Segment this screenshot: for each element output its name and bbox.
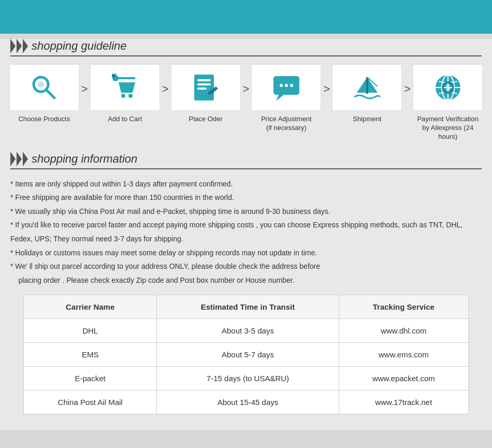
tracking-epacket: www.epacket.com	[339, 367, 468, 391]
arrow-5: >	[404, 82, 411, 96]
step-box-place-order	[171, 64, 241, 111]
step-label-price-adjustment: Price Adjustment (if necessary)	[261, 115, 312, 133]
chat-icon	[271, 72, 302, 103]
time-dhl: About 3-5 days	[157, 319, 339, 343]
tracking-china-post: www.17track.net	[339, 391, 468, 414]
svg-marker-15	[276, 95, 284, 101]
svg-text:+: +	[124, 77, 128, 85]
shipping-table: Carrier Name Estimated Time in Transit T…	[23, 295, 469, 414]
arrow-1: >	[81, 82, 88, 96]
info-line-4: * If you'd like to receive parcel faster…	[10, 218, 482, 245]
info-line-2: * Free shipping are available for more t…	[10, 191, 482, 205]
svg-rect-12	[197, 83, 211, 85]
tracking-ems: www.ems.com	[339, 343, 468, 367]
information-header: shopping information	[10, 152, 482, 169]
info-line-1: * Items are only shipped out within 1-3 …	[10, 177, 482, 191]
table-header-tracking: Tracking Service	[339, 295, 468, 319]
top-banner	[0, 0, 492, 34]
step-choose-products: Choose Products	[9, 64, 79, 124]
step-box-shipment	[332, 64, 402, 111]
step-label-shipment: Shipment	[353, 115, 381, 124]
step-label-place-order: Place Oder	[189, 115, 223, 124]
svg-text:$: $	[446, 83, 450, 92]
step-box-price-adjustment	[251, 64, 321, 111]
carrier-ems: EMS	[24, 343, 157, 367]
time-ems: About 5-7 days	[157, 343, 339, 367]
globe-icon: $	[432, 72, 464, 103]
boat-icon	[352, 72, 383, 103]
info-line-5: * Holidays or customs issues may meet so…	[10, 246, 482, 260]
svg-point-16	[280, 84, 283, 87]
step-shipment: Shipment	[332, 64, 402, 124]
svg-point-5	[121, 94, 125, 98]
information-title: shopping information	[32, 152, 137, 166]
arrow-4: >	[323, 82, 330, 96]
svg-point-18	[290, 84, 293, 87]
guideline-header: shopping guideline	[10, 39, 482, 56]
svg-point-2	[38, 81, 44, 88]
table-row: EMS About 5-7 days www.ems.com	[24, 343, 469, 367]
document-icon	[190, 72, 221, 103]
step-price-adjustment: Price Adjustment (if necessary)	[251, 64, 321, 133]
step-place-order: Place Oder	[171, 64, 241, 124]
svg-point-8	[112, 75, 115, 78]
cart-icon: +	[109, 72, 140, 103]
table-header-carrier: Carrier Name	[24, 295, 157, 319]
tracking-dhl: www.dhl.com	[339, 319, 468, 343]
svg-point-6	[128, 94, 133, 98]
svg-point-17	[285, 84, 288, 87]
table-row: E-packet 7-15 days (to USA&RU) www.epack…	[24, 367, 469, 391]
svg-rect-19	[366, 77, 368, 94]
arrow-2: >	[162, 82, 169, 96]
step-payment-verification: $ Payment Verification by Aliexpress (24…	[413, 64, 483, 141]
step-add-to-cart: + Add to Cart	[90, 64, 160, 124]
time-epacket: 7-15 days (to USA&RU)	[157, 367, 339, 391]
search-icon	[28, 72, 60, 103]
svg-rect-11	[197, 79, 211, 81]
guideline-title: shopping guideline	[32, 39, 127, 53]
svg-line-1	[46, 90, 54, 98]
step-label-payment-verification: Payment Verification by Aliexpress (24 h…	[413, 115, 483, 141]
step-box-add-to-cart: +	[90, 64, 160, 111]
info-line-3: * We usually ship via China Post Air mai…	[10, 205, 482, 219]
carrier-china-post: China Post Ail Mail	[24, 391, 157, 414]
info-text-block: * Items are only shipped out within 1-3 …	[10, 177, 482, 287]
steps-container: Choose Products > + Add to Cart >	[10, 64, 482, 141]
step-box-choose-products	[9, 64, 79, 111]
info-line-6: * We' ll ship out parcel according to yo…	[10, 259, 482, 287]
table-row: DHL About 3-5 days www.dhl.com	[24, 319, 469, 343]
table-row: China Post Ail Mail About 15-45 days www…	[24, 391, 469, 414]
carrier-dhl: DHL	[24, 319, 157, 343]
step-label-choose-products: Choose Products	[18, 115, 70, 124]
header-decoration	[10, 39, 29, 53]
svg-rect-13	[197, 88, 207, 90]
step-box-payment-verification: $	[413, 64, 483, 111]
carrier-epacket: E-packet	[24, 367, 157, 391]
step-label-add-to-cart: Add to Cart	[108, 115, 142, 124]
info-header-decoration	[10, 152, 29, 166]
arrow-3: >	[243, 82, 250, 96]
time-china-post: About 15-45 days	[157, 391, 339, 414]
table-header-time: Estimated Time in Transit	[157, 295, 339, 319]
